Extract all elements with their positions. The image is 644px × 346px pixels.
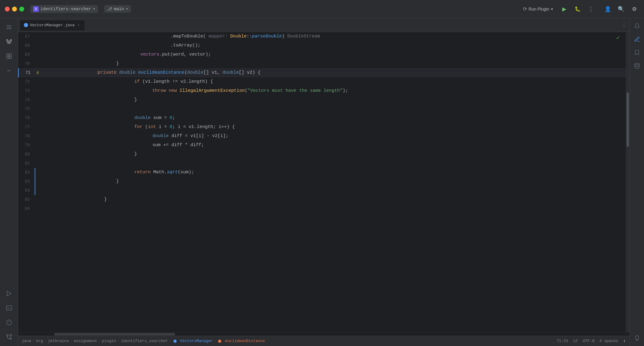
svg-point-10 <box>6 335 8 336</box>
debug-button[interactable]: 🐛 <box>573 4 582 14</box>
bookmarks-icon[interactable] <box>632 47 642 58</box>
branch-git-icon: ⎇ <box>107 6 112 11</box>
sidebar-item-project[interactable] <box>2 21 16 34</box>
scrollbar-thumb[interactable] <box>626 92 629 147</box>
plugins-icon: ⋯ <box>7 67 11 74</box>
line-number-72: 72 <box>18 77 35 86</box>
svg-point-13 <box>173 339 177 343</box>
cursor-position[interactable]: 71:21 <box>556 339 568 343</box>
line-number-76: 76 <box>18 114 35 123</box>
line-number-84: 84 <box>18 186 35 195</box>
git-push-icon[interactable]: ⬆ <box>623 338 626 344</box>
breadcrumb-sep-3: › <box>70 339 72 343</box>
horizontal-scrollbar[interactable] <box>18 332 630 336</box>
breadcrumb-sep-5: › <box>117 339 120 343</box>
line-number-73: 73 <box>18 86 35 95</box>
right-sidebar <box>630 18 644 346</box>
profile-button[interactable]: 👤 <box>603 4 613 14</box>
line-number-82: 82 <box>18 168 35 177</box>
code-lines: 67 .mapToDouble( mapper: Double::parseDo… <box>18 32 626 213</box>
breadcrumb-jetbrains[interactable]: jetbrains <box>48 339 69 343</box>
svg-rect-4 <box>9 54 11 56</box>
line-number-83: 83 <box>18 177 35 186</box>
svg-rect-3 <box>6 54 8 56</box>
svg-marker-7 <box>7 291 11 296</box>
sidebar-item-terminal[interactable] <box>2 301 16 315</box>
sidebar-item-git[interactable] <box>2 330 16 344</box>
breadcrumb-org[interactable]: org <box>36 339 43 343</box>
database-icon[interactable] <box>632 60 642 71</box>
indent-style[interactable]: 4 spaces <box>599 339 618 343</box>
breadcrumb-method[interactable]: euclideanDistance <box>218 339 265 343</box>
sidebar-item-plugins[interactable]: ⋯ <box>2 64 16 77</box>
code-editor[interactable]: ✓ 67 .mapToDouble( mapper: Double::parse… <box>18 32 630 332</box>
code-line-74: 74 } <box>18 95 626 104</box>
line-number-77: 77 <box>18 123 35 132</box>
play-button[interactable]: ▶ <box>560 4 569 14</box>
run-plugin-label: Run Plugin <box>529 7 550 11</box>
settings-button[interactable]: ⚙ <box>630 4 639 14</box>
ai-assistant-icon[interactable] <box>632 333 642 344</box>
main-layout: ⋯ <box>0 18 644 346</box>
svg-point-1 <box>6 40 8 41</box>
svg-point-15 <box>635 63 639 65</box>
settings-icon: ⚙ <box>632 6 637 12</box>
debug-icon: 🐛 <box>575 6 581 12</box>
breadcrumb-sep-7: › <box>214 339 217 343</box>
more-options-button[interactable]: ⋮ <box>586 4 596 14</box>
project-name: identifiers-searcher <box>40 7 91 11</box>
branch-dropdown-icon: ▾ <box>126 7 128 11</box>
breadcrumb-identifiers-searcher[interactable]: identifiers_searcher <box>121 339 168 343</box>
code-line-85: 85 } <box>18 195 626 204</box>
notifications-icon[interactable] <box>632 21 642 31</box>
breadcrumb-java[interactable]: java <box>22 339 31 343</box>
traffic-lights <box>5 7 24 11</box>
breadcrumb-assignment[interactable]: assignment <box>74 339 97 343</box>
project-selector[interactable]: I identifiers-searcher ▾ <box>30 5 98 13</box>
tab-close-button[interactable]: ✕ <box>76 23 81 27</box>
project-icon: I <box>33 6 39 12</box>
more-icon: ⋮ <box>588 6 594 12</box>
maximize-button[interactable] <box>19 7 24 11</box>
profile-icon: 👤 <box>604 6 611 12</box>
svg-point-11 <box>10 338 11 340</box>
line-number-86: 86 <box>18 204 35 213</box>
breadcrumb-class[interactable]: VectorsManager <box>173 339 213 343</box>
titlebar: I identifiers-searcher ▾ ⎇ main ▾ ⟳ Run … <box>0 0 644 18</box>
left-sidebar: ⋯ <box>0 18 18 346</box>
code-line-86: 86 <box>18 204 626 213</box>
svg-point-2 <box>10 40 11 41</box>
line-number-85: 85 <box>18 195 35 204</box>
close-button[interactable] <box>5 7 10 11</box>
code-line-80: 80 } <box>18 150 626 159</box>
sidebar-item-vcs[interactable] <box>2 35 16 48</box>
breadcrumb-sep-2: › <box>44 339 46 343</box>
sidebar-item-structure[interactable] <box>2 50 16 63</box>
tab-bar: VectorsManager.java ✕ ⋮ <box>18 18 630 32</box>
branch-name: main <box>114 7 124 11</box>
sidebar-item-run[interactable] <box>2 287 16 300</box>
tab-filename: VectorsManager.java <box>30 23 75 27</box>
svg-point-12 <box>10 335 11 336</box>
svg-rect-8 <box>6 306 11 310</box>
inspection-ok-icon: ✓ <box>616 34 620 41</box>
status-bar: java › org › jetbrains › assignment › pl… <box>18 336 630 346</box>
breadcrumb-sep-4: › <box>98 339 101 343</box>
h-scrollbar-thumb[interactable] <box>54 333 175 335</box>
line-number-71: 71 <box>19 68 35 77</box>
code-line-83: 83 } <box>18 177 626 186</box>
branch-selector[interactable]: ⎇ main ▾ <box>104 5 131 13</box>
file-tab[interactable]: VectorsManager.java ✕ <box>19 20 85 30</box>
sidebar-item-problems[interactable] <box>2 316 16 329</box>
svg-point-0 <box>8 41 10 43</box>
minimize-button[interactable] <box>12 7 17 11</box>
tab-more-button[interactable]: ⋮ <box>620 21 628 29</box>
run-plugin-button[interactable]: ⟳ Run Plugin ▾ <box>520 5 556 13</box>
editor-tools-icon[interactable] <box>632 34 642 45</box>
line-ending[interactable]: LF <box>573 339 578 343</box>
encoding[interactable]: UTF-8 <box>583 339 595 343</box>
breadcrumb-plugin[interactable]: plugin <box>102 339 116 343</box>
svg-point-14 <box>218 339 222 343</box>
vertical-scrollbar[interactable] <box>626 32 630 332</box>
search-everywhere-button[interactable]: 🔍 <box>616 4 626 14</box>
